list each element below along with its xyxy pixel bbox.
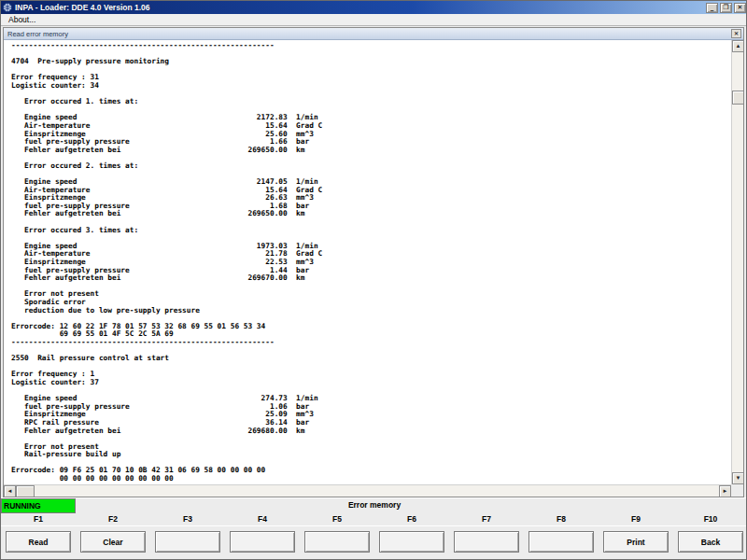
function-button-row: Read Clear Print Back (1, 525, 747, 560)
scroll-down-icon[interactable]: ▼ (732, 472, 743, 484)
scroll-right-icon[interactable]: ► (719, 485, 731, 497)
fkey-label-f5: F5 (300, 512, 374, 525)
f3-button-empty[interactable] (155, 531, 220, 553)
scrollbar-corner (731, 484, 743, 497)
terminal-text: ----------------------------------------… (11, 42, 322, 491)
f6-button-empty[interactable] (379, 531, 444, 553)
fkey-label-f9: F9 (599, 512, 673, 525)
child-window-title: Read error memory (7, 30, 731, 38)
function-key-labels: F1 F2 F3 F4 F5 F6 F7 F8 F9 F10 (1, 512, 747, 525)
mode-label: Error memory (1, 498, 747, 513)
print-button[interactable]: Print (603, 531, 669, 553)
fkey-label-f3: F3 (150, 512, 225, 525)
f7-button-empty[interactable] (454, 531, 519, 553)
read-error-memory-window: Read error memory ✕ --------------------… (3, 27, 744, 497)
f4-button-empty[interactable] (230, 531, 295, 553)
fkey-label-f2: F2 (76, 512, 150, 525)
maximize-icon[interactable]: ❐ (720, 3, 732, 13)
fkey-label-f7: F7 (449, 512, 524, 525)
child-titlebar: Read error memory ✕ (4, 28, 743, 40)
f5-button-empty[interactable] (304, 531, 370, 553)
scroll-up-icon[interactable]: ▲ (732, 40, 743, 52)
child-close-icon[interactable]: ✕ (731, 29, 741, 38)
menu-item-about[interactable]: About... (6, 15, 38, 24)
inpa-app-window: { "window": { "title": "INPA - Loader: D… (0, 0, 747, 560)
f8-button-empty[interactable] (529, 531, 594, 553)
error-memory-output: ----------------------------------------… (4, 40, 743, 497)
fkey-label-f10: F10 (673, 512, 747, 525)
titlebar: INPA - Loader: DDE 4.0 Version 1.06 _ ❐ … (1, 1, 747, 14)
back-button[interactable]: Back (678, 531, 743, 553)
status-badge: RUNNING (1, 498, 76, 513)
scroll-left-icon[interactable]: ◄ (4, 485, 16, 497)
window-controls: _ ❐ ✕ (706, 3, 746, 13)
fkey-label-f6: F6 (374, 512, 449, 525)
vertical-scrollbar[interactable]: ▲ ▼ (731, 40, 743, 484)
window-title: INPA - Loader: DDE 4.0 Version 1.06 (15, 3, 706, 12)
clear-button[interactable]: Clear (80, 531, 146, 553)
menubar: About... (1, 14, 747, 26)
close-icon[interactable]: ✕ (734, 3, 746, 13)
vertical-scroll-thumb[interactable] (732, 91, 743, 105)
minimize-icon[interactable]: _ (706, 3, 718, 13)
read-button[interactable]: Read (6, 531, 71, 553)
horizontal-scroll-thumb[interactable] (16, 485, 35, 497)
fkey-label-f8: F8 (524, 512, 599, 525)
fkey-label-f1: F1 (1, 512, 76, 525)
status-row: Error memory RUNNING (1, 497, 747, 512)
horizontal-scrollbar[interactable]: ◄ ► (4, 484, 731, 497)
fkey-label-f4: F4 (225, 512, 300, 525)
app-icon (3, 3, 12, 12)
